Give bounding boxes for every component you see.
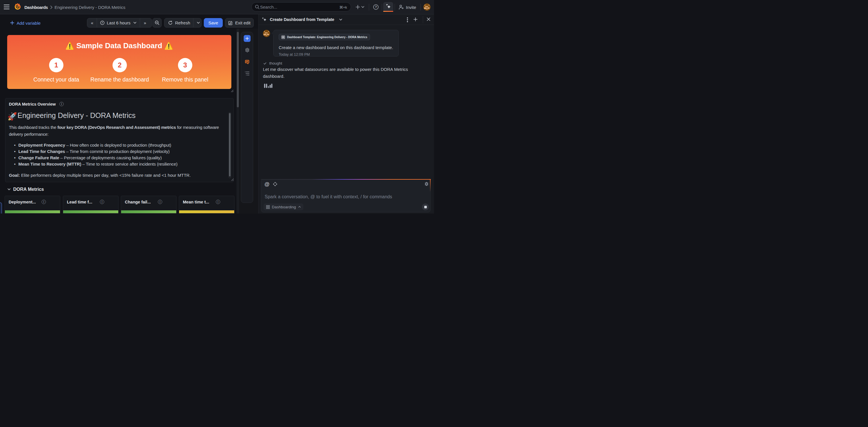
svg-text:?: ? <box>375 5 377 9</box>
